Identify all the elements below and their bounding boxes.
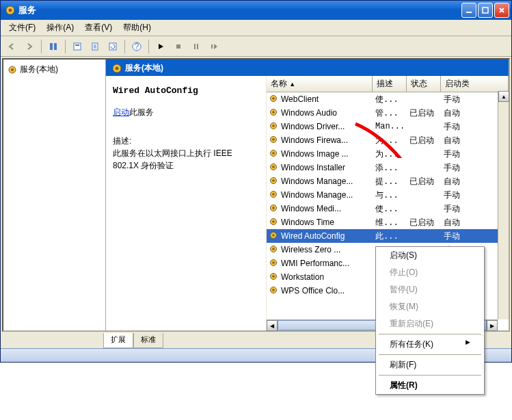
table-row[interactable]: Windows Installer添...手动	[267, 161, 509, 174]
col-start[interactable]: 启动类	[441, 76, 509, 92]
refresh-button[interactable]	[105, 38, 121, 55]
window-title: 服务	[18, 4, 460, 16]
table-row[interactable]: Windows Image ...为...手动	[267, 147, 509, 161]
services-window: 服务 文件(F) 操作(A) 查看(V) 帮助(H) ? 服务(本地)	[0, 0, 512, 363]
header-icon	[111, 63, 121, 73]
menu-view[interactable]: 查看(V)	[79, 20, 118, 36]
svg-point-29	[272, 152, 275, 155]
pause-service-button	[188, 38, 204, 55]
ctx-restart: 重新启动(E)	[376, 315, 484, 332]
start-link[interactable]: 启动	[113, 107, 129, 117]
desc-label: 描述:	[113, 135, 259, 147]
svg-point-21	[272, 97, 275, 100]
svg-rect-6	[74, 43, 81, 50]
ctx-alltasks[interactable]: 所有任务(K)▶	[376, 336, 484, 353]
properties-button[interactable]	[69, 38, 85, 55]
desc-text: 此服务在以太网接口上执行 IEEE 802.1X 身份验证	[113, 147, 259, 172]
table-row[interactable]: WebClient使...手动	[267, 92, 509, 106]
table-row[interactable]: Windows Time维...已启动自动	[267, 215, 509, 229]
context-menu: 启动(S) 停止(O) 暂停(U) 恢复(M) 重新启动(E) 所有任务(K)▶…	[375, 246, 485, 363]
maximize-button[interactable]	[478, 3, 493, 18]
help-button[interactable]: ?	[129, 38, 145, 55]
scroll-up-button[interactable]: ▲	[498, 91, 509, 102]
col-name[interactable]: 名称 ▲	[267, 76, 373, 92]
svg-rect-2	[466, 12, 472, 13]
svg-rect-5	[54, 43, 57, 50]
detail-pane: Wired AutoConfig 启动此服务 描述: 此服务在以太网接口上执行 …	[106, 76, 267, 330]
menubar: 文件(F) 操作(A) 查看(V) 帮助(H)	[1, 20, 511, 36]
vertical-scrollbar[interactable]: ▲	[498, 91, 509, 319]
right-header: 服务(本地)	[106, 60, 509, 76]
toolbar: ?	[1, 36, 511, 57]
svg-rect-3	[483, 8, 488, 13]
table-row[interactable]: Windows Manage...与...手动	[267, 188, 509, 202]
svg-rect-13	[194, 44, 196, 49]
svg-point-47	[272, 275, 275, 278]
app-icon	[5, 5, 16, 16]
svg-point-25	[272, 124, 275, 127]
menu-action[interactable]: 操作(A)	[41, 20, 79, 36]
right-header-title: 服务(本地)	[125, 62, 163, 74]
svg-point-49	[272, 289, 275, 291]
table-row[interactable]: Windows Medi...使...手动	[267, 202, 509, 215]
svg-point-27	[272, 138, 275, 141]
svg-point-41	[272, 234, 275, 237]
menu-file[interactable]: 文件(F)	[3, 20, 41, 36]
menu-help[interactable]: 帮助(H)	[118, 20, 157, 36]
minimize-button[interactable]	[461, 3, 476, 18]
svg-point-1	[9, 9, 12, 12]
svg-text:?: ?	[135, 42, 139, 51]
table-row[interactable]: Windows Driver...Man...手动	[267, 120, 509, 133]
stop-service-button	[170, 38, 187, 55]
table-row[interactable]: Windows Audio管...已启动自动	[267, 106, 509, 120]
svg-point-45	[272, 261, 275, 264]
tree-pane: 服务(本地)	[3, 60, 106, 330]
col-desc[interactable]: 描述	[373, 76, 407, 92]
tree-root-label: 服务(本地)	[20, 64, 58, 75]
back-button	[3, 38, 20, 55]
svg-point-35	[272, 193, 275, 196]
start-link-text: 此服务	[129, 107, 154, 117]
show-hide-button[interactable]	[45, 38, 62, 55]
table-row[interactable]: Windows Manage...提...已启动自动	[267, 174, 509, 188]
ctx-resume: 恢复(M)	[376, 298, 484, 315]
close-button[interactable]	[494, 3, 509, 18]
start-service-button[interactable]	[152, 38, 169, 55]
scroll-right-button[interactable]: ▶	[487, 320, 498, 331]
tab-extended[interactable]: 扩展	[103, 333, 133, 348]
svg-rect-4	[50, 43, 53, 50]
ctx-pause: 暂停(U)	[376, 281, 484, 298]
ctx-refresh[interactable]: 刷新(F)	[376, 356, 484, 363]
svg-point-23	[272, 111, 275, 114]
svg-point-43	[272, 248, 275, 250]
service-name: Wired AutoConfig	[113, 86, 259, 96]
svg-point-31	[272, 166, 275, 168]
svg-point-17	[11, 68, 14, 71]
svg-point-37	[272, 207, 275, 209]
ctx-start[interactable]: 启动(S)	[376, 247, 484, 264]
table-row[interactable]: Wired AutoConfig此...手动	[267, 229, 509, 243]
svg-rect-15	[211, 44, 213, 49]
table-row[interactable]: Windows Firewa...为...已启动自动	[267, 133, 509, 147]
restart-service-button	[206, 38, 222, 55]
scroll-left-button[interactable]: ◀	[267, 320, 278, 331]
svg-point-33	[272, 179, 275, 182]
export-button[interactable]	[87, 38, 103, 55]
list-header: 名称 ▲ 描述 状态 启动类	[267, 76, 509, 92]
titlebar[interactable]: 服务	[1, 1, 511, 20]
tab-standard[interactable]: 标准	[133, 333, 163, 348]
svg-rect-7	[75, 44, 79, 46]
svg-rect-12	[176, 44, 180, 49]
forward-button	[21, 38, 38, 55]
svg-point-19	[116, 67, 119, 70]
svg-rect-14	[197, 44, 198, 49]
col-state[interactable]: 状态	[407, 76, 441, 92]
services-icon	[8, 65, 17, 75]
tree-root[interactable]: 服务(本地)	[6, 62, 103, 77]
ctx-stop: 停止(O)	[376, 264, 484, 281]
svg-point-39	[272, 220, 275, 223]
